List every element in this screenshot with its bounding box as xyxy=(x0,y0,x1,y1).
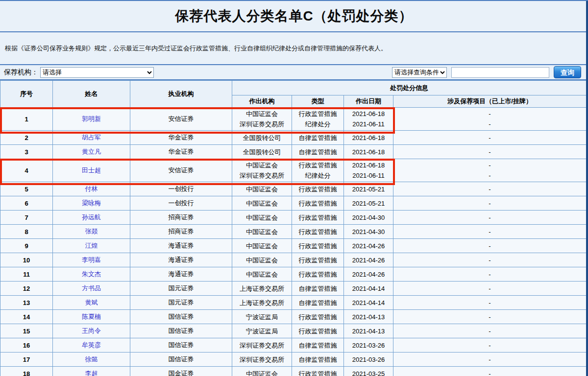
cell-line: 纪律处分 xyxy=(292,119,343,129)
rep-name-link[interactable]: 李超 xyxy=(85,370,98,376)
seq-cell: 8 xyxy=(0,225,53,239)
projects-cell: - xyxy=(393,267,587,282)
projects-cell: -- xyxy=(393,108,587,131)
rep-name-link[interactable]: 朱文杰 xyxy=(82,270,101,278)
rep-name-link[interactable]: 方书品 xyxy=(82,284,101,292)
rep-name-link[interactable]: 黄立凡 xyxy=(82,148,101,155)
table-row: 17徐懿国信证券深圳证券交易所自律监管措施2021-03-26- xyxy=(0,352,587,367)
rep-name-link[interactable]: 田士超 xyxy=(82,166,101,174)
cell-line: 行政监管措施 xyxy=(292,198,343,209)
authority-cell: 上海证券交易所 xyxy=(232,296,292,310)
rep-name-link[interactable]: 张燚 xyxy=(85,228,98,235)
rep-name-link[interactable]: 胡占军 xyxy=(82,134,101,141)
type-cell: 行政监管措施 xyxy=(292,267,344,282)
cell-line: 行政监管措施 xyxy=(292,227,343,237)
rep-name-link[interactable]: 李明嘉 xyxy=(82,256,101,263)
cell-line: - xyxy=(393,198,586,209)
table-row: 6梁咏梅一创投行中国证监会行政监管措施2021-05-21- xyxy=(0,196,587,211)
cell-line: 中国证监会 xyxy=(232,269,292,280)
table-row: 7孙远航招商证券中国证监会行政监管措施2021-04-30- xyxy=(0,211,587,225)
date-cell: 2021-04-14 xyxy=(344,282,393,296)
cell-line: - xyxy=(393,298,586,308)
authority-cell: 中国证监会深圳证券交易所 xyxy=(232,108,292,131)
type-cell: 自律监管措施 xyxy=(292,352,344,367)
cell-line: 行政监管措施 xyxy=(292,269,343,280)
table-row: 15王尚令国信证券宁波证监局行政监管措施2021-04-13- xyxy=(0,324,587,338)
org-cell: 国元证券 xyxy=(130,282,232,296)
type-cell: 行政监管措施 xyxy=(292,182,344,196)
cell-line: - xyxy=(393,326,586,336)
cell-line: 自律监管措施 xyxy=(292,298,343,308)
seq-cell: 13 xyxy=(0,296,53,310)
cell-line: - xyxy=(393,212,586,223)
table-row: 2胡占军华金证券全国股转公司自律监管措施2021-06-18- xyxy=(0,131,587,145)
cell-line: 中国证监会 xyxy=(232,212,292,223)
authority-cell: 中国证监会 xyxy=(232,239,292,253)
cell-line: 宁波证监局 xyxy=(232,312,292,322)
date-cell: 2021-06-182021-06-11 xyxy=(344,159,393,182)
cell-line: 2021-03-26 xyxy=(344,340,393,351)
rep-name-link[interactable]: 梁咏梅 xyxy=(82,199,101,207)
type-cell: 自律监管措施 xyxy=(292,131,344,145)
org-cell: 海通证券 xyxy=(130,267,232,282)
cell-line: 2021-04-26 xyxy=(344,255,393,265)
date-cell: 2021-04-13 xyxy=(344,310,393,324)
name-cell: 胡占军 xyxy=(53,131,130,145)
rep-name-link[interactable]: 付林 xyxy=(85,185,98,192)
rep-name-link[interactable]: 黄斌 xyxy=(85,299,98,306)
authority-cell: 中国证监会 xyxy=(232,225,292,239)
cell-line: - xyxy=(393,255,586,265)
name-cell: 江煌 xyxy=(53,239,130,253)
cell-line: - xyxy=(393,119,586,129)
cell-line: 2021-05-21 xyxy=(344,198,393,209)
org-cell: 安信证券 xyxy=(130,108,232,131)
table-row: 11朱文杰海通证券中国证监会行政监管措施2021-04-26- xyxy=(0,267,587,282)
authority-cell: 中国证监会 xyxy=(232,367,292,376)
col-header-org: 执业机构 xyxy=(130,81,232,108)
projects-cell: - xyxy=(393,131,587,145)
title-bar: 保荐代表人分类名单C（处罚处分类） xyxy=(0,1,588,32)
cell-line: - xyxy=(393,369,586,376)
search-button[interactable]: 查询 xyxy=(554,66,581,78)
cell-line: 中国证监会 xyxy=(232,109,292,119)
cell-line: 自律监管措施 xyxy=(292,340,343,351)
cell-line: 2021-03-26 xyxy=(344,354,393,365)
cell-line: - xyxy=(393,241,586,251)
query-input[interactable] xyxy=(451,67,549,78)
name-cell: 梁咏梅 xyxy=(53,196,130,211)
cell-line: - xyxy=(393,283,586,294)
cell-line: 2021-04-30 xyxy=(344,212,393,223)
seq-cell: 2 xyxy=(0,131,53,145)
rep-name-link[interactable]: 郭明新 xyxy=(82,115,101,122)
rep-name-link[interactable]: 陈夏楠 xyxy=(82,313,101,320)
rep-name-link[interactable]: 王尚令 xyxy=(82,327,101,334)
org-cell: 招商证券 xyxy=(130,211,232,225)
org-cell: 招商证券 xyxy=(130,225,232,239)
query-group: 请选择查询条件 查询 xyxy=(392,66,581,78)
date-cell: 2021-03-25 xyxy=(344,367,393,376)
name-cell: 李明嘉 xyxy=(53,253,130,267)
cell-line: 自律监管措施 xyxy=(292,283,343,294)
authority-cell: 中国证监会 xyxy=(232,182,292,196)
name-cell: 付林 xyxy=(53,182,130,196)
projects-cell: - xyxy=(393,211,587,225)
cell-line: 行政监管措施 xyxy=(292,212,343,223)
projects-cell: - xyxy=(393,225,587,239)
rep-name-link[interactable]: 徐懿 xyxy=(85,355,98,363)
rep-name-link[interactable]: 孙远航 xyxy=(82,213,101,221)
projects-cell: - xyxy=(393,296,587,310)
org-cell: 国信证券 xyxy=(130,324,232,338)
query-condition-select[interactable]: 请选择查询条件 xyxy=(392,67,447,78)
seq-cell: 7 xyxy=(0,211,53,225)
rep-name-link[interactable]: 江煌 xyxy=(85,242,98,249)
org-cell: 华金证券 xyxy=(130,145,232,159)
filter-bar: 保荐机构： 请选择 请选择查询条件 查询 xyxy=(0,65,588,80)
sponsor-org-select[interactable]: 请选择 xyxy=(40,67,154,78)
cell-line: 2021-04-14 xyxy=(344,298,393,308)
rep-name-link[interactable]: 牟英彦 xyxy=(82,341,101,349)
seq-cell: 10 xyxy=(0,253,53,267)
projects-cell: -- xyxy=(393,159,587,182)
projects-cell: - xyxy=(393,196,587,211)
org-cell: 国金证券 xyxy=(130,367,232,376)
authority-cell: 中国证监会 xyxy=(232,196,292,211)
